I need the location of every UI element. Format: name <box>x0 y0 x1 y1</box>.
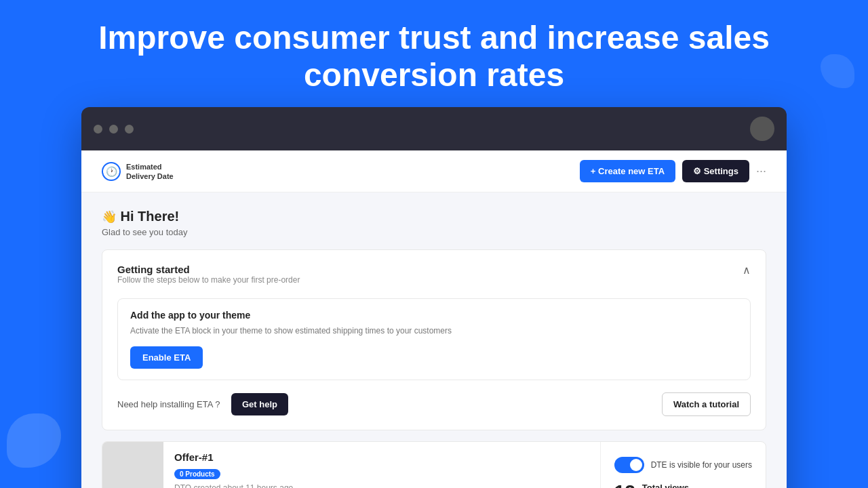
header-actions: + Create new ETA ⚙ Settings ··· <box>580 160 766 182</box>
get-help-button[interactable]: Get help <box>231 393 288 415</box>
browser-bar <box>81 107 787 150</box>
getting-started-title: Getting started <box>117 264 300 275</box>
browser-dot-green <box>125 125 134 134</box>
app-header: 🕐 Estimated Delivery Date + Create new E… <box>81 150 787 192</box>
browser-dot-yellow <box>109 125 118 134</box>
offer-created-time: DTO created about 11 hours ago <box>174 483 589 488</box>
greeting-title: 👋 Hi There! <box>102 209 766 224</box>
offer-stats: DTE is visible for your users 12 Total v… <box>600 442 766 488</box>
settings-button[interactable]: ⚙ Settings <box>682 160 749 182</box>
enable-eta-button[interactable]: Enable ETA <box>130 346 203 369</box>
hero-title: Improve consumer trust and increase sale… <box>0 0 868 107</box>
more-options-button[interactable]: ··· <box>756 164 766 178</box>
visibility-toggle[interactable] <box>614 457 644 473</box>
toggle-row: DTE is visible for your users <box>614 457 752 473</box>
stats-views: 12 Total views Number of views by produc… <box>614 483 752 488</box>
getting-started-subtitle: Follow the steps below to make your firs… <box>117 275 300 285</box>
browser-window: 🕐 Estimated Delivery Date + Create new E… <box>81 107 787 488</box>
watch-tutorial-button[interactable]: Watch a tutorial <box>662 392 751 416</box>
main-body: 👋 Hi There! Glad to see you today Gettin… <box>81 192 787 488</box>
create-eta-button[interactable]: + Create new ETA <box>580 160 675 182</box>
step-card: Add the app to your theme Activate the E… <box>117 298 751 380</box>
getting-started-card: Getting started Follow the steps below t… <box>102 249 766 430</box>
greeting-subtitle: Glad to see you today <box>102 227 766 237</box>
views-title: Total views <box>642 483 734 488</box>
step-description: Activate the ETA block in your theme to … <box>130 325 738 337</box>
logo-icon: 🕐 <box>102 162 121 181</box>
browser-avatar <box>750 117 774 141</box>
offer-name: Offer-#1 <box>174 451 589 463</box>
getting-started-header: Getting started Follow the steps below t… <box>117 264 751 296</box>
decorative-blob-left <box>7 413 61 468</box>
offer-thumbnail <box>102 442 163 488</box>
collapse-icon[interactable]: ∧ <box>743 264 751 277</box>
help-text: Need help installing ETA ? <box>117 399 220 409</box>
offer-info: Offer-#1 0 Products DTO created about 11… <box>163 442 600 488</box>
help-row: Need help installing ETA ? Get help Watc… <box>117 392 751 416</box>
offer-card: Offer-#1 0 Products DTO created about 11… <box>102 441 766 488</box>
browser-dot-red <box>94 125 102 134</box>
views-count: 12 <box>614 483 635 488</box>
logo-area: 🕐 Estimated Delivery Date <box>102 162 174 182</box>
toggle-label: DTE is visible for your users <box>651 460 752 470</box>
offer-badge: 0 Products <box>174 469 220 479</box>
logo-text: Estimated Delivery Date <box>126 162 174 182</box>
greeting-emoji: 👋 <box>102 210 117 224</box>
step-title: Add the app to your theme <box>130 310 738 321</box>
